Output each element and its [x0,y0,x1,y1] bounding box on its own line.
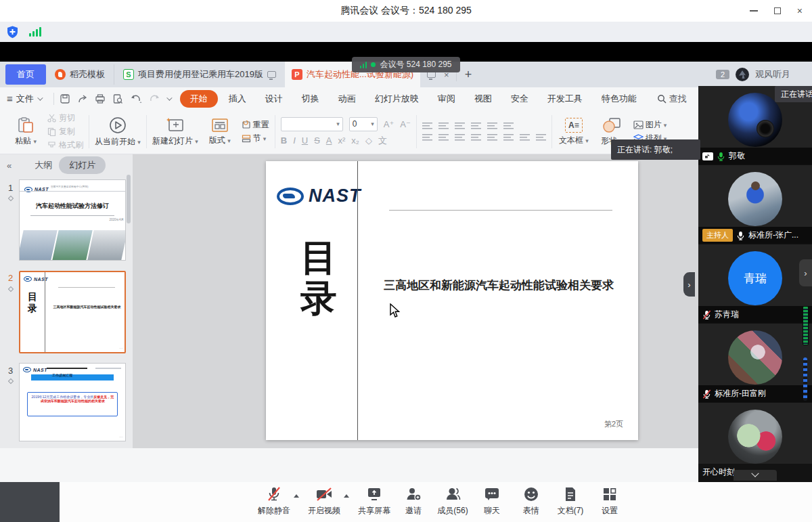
bullets-icon[interactable] [422,122,432,130]
clear-format-icon[interactable]: ◇ [365,135,372,146]
tab-home[interactable]: 首页 [5,64,46,85]
tab-outline[interactable]: 大纲 [35,159,52,171]
slide-thumbnail-2-selected[interactable]: NAST 目录 三高地区和新能源汽车起动性能试验相关要求 … [19,271,126,353]
close-button[interactable]: × [797,6,803,16]
phonetic-icon[interactable]: 文 [378,135,387,147]
panel-collapse-icon[interactable]: « [7,160,12,171]
members-button[interactable]: 成员(56) [433,486,472,517]
picture-button[interactable]: 图片 ▾ [633,119,667,131]
text-direction-icon[interactable] [487,122,497,130]
shield-icon[interactable] [7,26,18,39]
avatar[interactable] [736,68,749,81]
menu-find[interactable]: 查找 [657,93,687,105]
maximize-button[interactable] [774,7,781,14]
save-icon[interactable] [60,93,70,104]
avatar [728,172,782,226]
participant-tile[interactable]: 青瑞 苏青瑞 [698,244,812,323]
decrease-font-icon[interactable]: A⁻ [400,119,411,129]
redo-icon[interactable] [149,93,160,104]
panel-scrollbar[interactable] [127,175,131,223]
reset-button[interactable]: 重置 [242,119,269,131]
meeting-floating-bar[interactable]: 会议号 524 180 295 [352,57,460,72]
customize-toolbar-icon[interactable] [166,95,172,100]
menu-item-5[interactable]: 幻灯片放映 [375,93,419,105]
network-signal-icon[interactable] [29,27,41,37]
tab-doc-sheet[interactable]: S 项目费用使用登记乘用车2019版 [114,64,285,85]
textbox-button[interactable]: A≡ 文本框 ▾ [558,118,590,146]
paragraph-settings-icon[interactable] [503,122,514,130]
docs-button[interactable]: 文档(7) [551,486,590,517]
format-painter-button[interactable]: 格式刷 [47,139,83,151]
undo-icon[interactable] [130,93,142,104]
invite-button[interactable]: 邀请 [394,486,433,517]
align-right-icon[interactable] [455,133,465,142]
output-icon[interactable] [77,93,88,104]
font-name-select[interactable]: ▾ [281,117,343,131]
subscript-icon[interactable]: x₂ [351,135,359,146]
copy-button[interactable]: 复制 [47,126,83,137]
start-video-button[interactable]: 开启视频 [304,486,344,517]
paste-button[interactable]: 粘贴 ▾ [9,117,42,147]
minimize-button[interactable] [750,10,758,12]
increase-font-icon[interactable]: A⁺ [384,119,394,129]
slide-page-number: 第2页 [604,419,623,429]
participant-tile[interactable]: 开心时刻 [698,403,812,481]
speaking-toast-top: 正在讲话: 郭 [775,86,812,102]
menu-start-active[interactable]: 开始 [180,90,218,108]
current-slide[interactable]: NAST 目 录 三高地区和新能源汽车起动性能试验相关要求 第2页 [266,161,638,440]
right-panel-expander[interactable]: › [683,272,695,297]
menu-item-8[interactable]: 安全 [511,93,528,105]
participant-tile[interactable]: 标准所-田富刚 [698,324,812,402]
align-left-icon[interactable] [422,133,432,142]
superscript-icon[interactable]: x² [338,135,346,146]
underline-icon[interactable]: U [302,135,308,146]
bold-icon[interactable]: B [281,135,287,146]
chat-button[interactable]: 聊天 [472,486,512,517]
tab-docer[interactable]: 稻壳模板 [46,64,114,85]
collapse-participants-button[interactable] [734,470,777,481]
mic-options-caret[interactable] [294,494,299,498]
share-screen-button[interactable]: 共享屏幕 [355,486,394,517]
layout-button[interactable]: 版式 ▾ [204,118,236,146]
menu-item-9[interactable]: 开发工具 [547,93,583,105]
strikethrough-icon[interactable]: S [314,135,320,146]
font-size-select[interactable]: 0▾ [349,117,378,131]
justify-icon[interactable] [471,133,481,142]
menu-item-1[interactable]: 插入 [229,93,246,105]
menu-item-10[interactable]: 特色功能 [602,93,637,105]
unmute-button[interactable]: 解除静音 [254,486,294,517]
sidebar-scrollbar[interactable] [803,357,807,401]
settings-button[interactable]: 设置 [590,486,629,517]
menu-item-4[interactable]: 动画 [338,93,356,105]
new-slide-button[interactable]: 新建幻灯片 ▾ [152,117,198,147]
sidebar-expander[interactable]: › [799,259,812,286]
tab-slides-active[interactable]: 幻灯片 [59,156,106,174]
align-center-icon[interactable] [438,133,449,142]
print-preview-icon[interactable] [112,93,123,104]
cut-button[interactable]: 剪切 [47,112,83,124]
play-from-current-button[interactable]: 从当前开始 ▾ [95,116,141,148]
video-options-caret[interactable] [344,494,349,498]
section-button[interactable]: 节 ▾ [242,133,269,144]
distribute-icon[interactable] [487,133,497,142]
menu-item-6[interactable]: 审阅 [438,93,455,105]
print-icon[interactable] [95,93,106,104]
menu-item-3[interactable]: 切换 [302,93,319,105]
notification-badge[interactable]: 2 [716,70,729,79]
indent-increase-icon[interactable] [471,122,481,130]
indent-decrease-icon[interactable] [455,122,465,130]
menu-file[interactable]: ≡ 文件 [7,93,48,105]
menu-item-2[interactable]: 设计 [265,93,283,105]
italic-icon[interactable]: I [293,135,296,146]
spacing-increase-icon[interactable] [520,133,530,142]
line-spacing-icon[interactable] [503,133,514,142]
emoji-button[interactable]: 表情 [512,486,551,517]
spacing-decrease-icon[interactable] [536,133,546,142]
font-color-icon[interactable]: A [326,135,332,146]
numbering-icon[interactable] [438,122,449,130]
slide-thumbnail-3[interactable]: NAST 工作进展汇报 2019年12月完成工作组会议要求，专业所反馈意见，完成… [19,363,126,441]
menu-item-7[interactable]: 视图 [474,93,492,105]
slide-thumbnail-1[interactable]: NAST 国家汽车质量监督检验中心(襄阳) 汽车起动性能试验方法修订 2020年… [19,179,126,261]
participant-tile[interactable]: 主持人 标准所-张广... [698,165,812,244]
account-name[interactable]: 观风听月 [755,68,790,81]
